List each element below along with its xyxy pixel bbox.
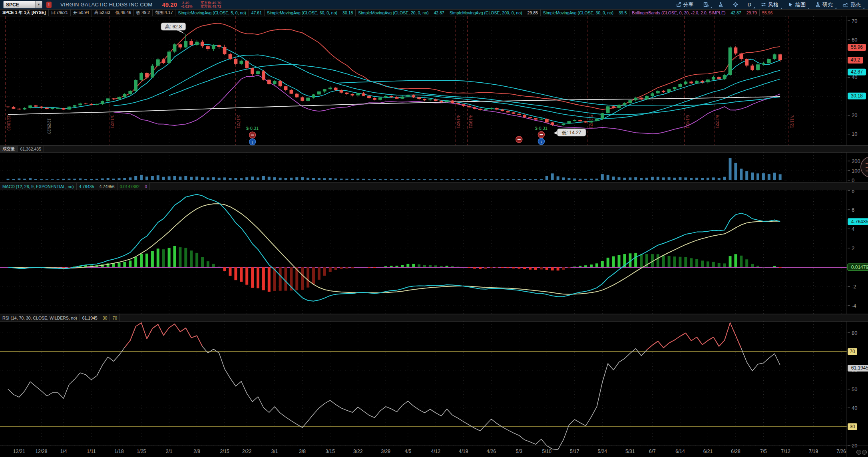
symbol-select[interactable]: SPCE ▼ (3, 1, 42, 8)
style-label: 风格 (768, 1, 778, 8)
patterns-button[interactable]: 形态 (838, 0, 865, 9)
macd-histogram-bar (540, 267, 543, 269)
volume-label[interactable]: 成交量 (0, 146, 18, 152)
macd-histogram-bar (212, 264, 215, 267)
candle-body (679, 84, 682, 87)
timeframe-button[interactable]: D (744, 1, 755, 8)
date-tick-label: 3/1 (271, 449, 278, 454)
chevron-down-icon[interactable]: ▼ (35, 1, 42, 8)
candle-body (350, 94, 354, 95)
date-tick-label: 3/8 (299, 449, 306, 454)
macd-histogram-bar (507, 267, 510, 268)
date-tick-label: 6/21 (703, 449, 713, 454)
volume-bar (379, 179, 382, 180)
volume-bar (595, 179, 598, 180)
macd-histogram-bar (640, 254, 643, 267)
candle-body (634, 98, 637, 101)
gridlines: 12/2112/281/41/111/181/252/12/82/152/223… (0, 16, 847, 454)
axis-tick-label: 20 (852, 443, 857, 449)
macd-histogram-bar (351, 267, 354, 268)
sma30-value: 39.5 (616, 10, 629, 16)
macd-histogram-bar (373, 267, 376, 268)
macd-histogram-bar (734, 254, 737, 267)
bollinger-label[interactable]: BollingerBands (CLOSE, 0, 20, -2.0, 2.0,… (629, 10, 728, 16)
sma200-label[interactable]: SimpleMovingAvg (CLOSE, 200, 0, no) (447, 10, 525, 16)
candle-body (262, 71, 265, 79)
volume-bar (179, 177, 181, 180)
candle-body (201, 42, 204, 46)
candle-body (689, 81, 693, 83)
rsi-label[interactable]: RSI (14, 70, 30, CLOSE, WILDERS, no) (0, 314, 80, 321)
share-icon (676, 2, 681, 7)
date-tick-label: 2/15 (220, 449, 229, 454)
date-tick-label: 4/26 (487, 449, 496, 454)
volume-bar (729, 158, 732, 180)
candle-body (729, 48, 732, 75)
candle-body (773, 54, 776, 59)
volume-bar (195, 177, 198, 180)
alert-icon[interactable]: ! (46, 2, 52, 8)
sma20-label[interactable]: SimpleMovingAvg (CLOSE, 20, 0, no) (356, 10, 431, 16)
axis-tick-label: 60 (852, 37, 857, 43)
macd-histogram-bar (390, 266, 393, 267)
volume-bar (551, 173, 554, 180)
candle-body (45, 108, 49, 109)
tools-button[interactable] (714, 1, 727, 8)
share-button[interactable]: 分享 (672, 0, 698, 9)
candle-body (256, 71, 260, 74)
axis-tick-label: 6 (852, 207, 854, 213)
volume-bar (390, 179, 393, 180)
candle-body (612, 106, 615, 108)
sma30-label[interactable]: SimpleMovingAvg (CLOSE, 30, 0, no) (541, 10, 616, 16)
sma60-label[interactable]: SimpleMovingAvg (CLOSE, 60, 0, no) (265, 10, 340, 16)
volume-bar (645, 178, 648, 180)
volume-bar (707, 178, 709, 180)
volume-bar (268, 177, 271, 180)
symbol-period: SPCE 1 年 1天 [NYSE] (0, 10, 49, 16)
last-price: 49.20 (162, 1, 177, 8)
macd-histogram-bar (123, 262, 126, 267)
volume-bar (396, 179, 398, 180)
chart-canvas[interactable]: 12/2112/281/41/111/181/252/12/82/152/223… (0, 0, 868, 457)
candle-body (378, 97, 382, 100)
volume-bar (145, 177, 148, 180)
candle-body (651, 93, 654, 96)
style-button[interactable]: 风格 (757, 0, 782, 9)
volume-bar (662, 177, 665, 180)
volume-bar (518, 179, 520, 180)
candle-body (401, 97, 404, 99)
candle-body (117, 97, 121, 99)
volume-bar (740, 169, 743, 180)
caret-icon (863, 8, 864, 9)
volume-bar (84, 179, 87, 180)
volume-bar (684, 177, 687, 180)
macd-label[interactable]: MACD (12, 26, 9, EXPONENTIAL, no) (0, 183, 77, 190)
symbol-value: SPCE (4, 1, 35, 8)
draw-label: 绘图 (795, 1, 806, 8)
axis-tick-label: 80 (852, 330, 857, 336)
candle-body (606, 106, 610, 113)
bb-upper-value: 55.96 (760, 10, 775, 16)
axis-tick-label: 50 (852, 386, 857, 392)
corner-button-left (857, 450, 861, 455)
beaker-icon (718, 2, 723, 7)
sma20-value: 42.87 (431, 10, 447, 16)
report-button[interactable] (699, 1, 713, 8)
volume-bar (34, 179, 37, 180)
studies-button[interactable]: 研究 (811, 0, 837, 9)
candle-body (95, 104, 99, 105)
sma5-label[interactable]: SimpleMovingAvg (CLOSE, 5, 0, no) (175, 10, 249, 16)
date-tick-label: 4/12 (431, 449, 441, 454)
candle-body (562, 123, 565, 125)
candle-body (373, 98, 376, 100)
candle-body (151, 66, 154, 77)
event-date-label: 4/19/21 (468, 115, 473, 129)
settings-button[interactable] (729, 1, 742, 8)
caret-icon (780, 8, 782, 9)
high: 高:52.63 (92, 10, 113, 16)
draw-button[interactable]: 绘图 (784, 0, 810, 9)
candle-body (139, 73, 143, 80)
company-name: VIRGIN GALACTIC HLDGS INC COM (60, 2, 152, 8)
candle-body (51, 108, 54, 109)
volume-bar (618, 177, 621, 180)
